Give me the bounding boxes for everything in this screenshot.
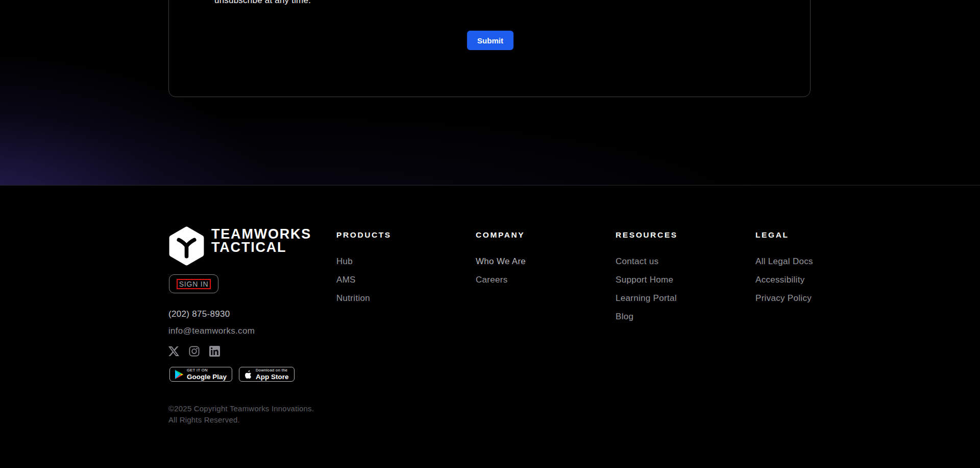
instagram-icon[interactable] [189,346,200,357]
footer-column-legal: LEGAL All Legal DocsAccessibilityPrivacy… [755,230,813,312]
apple-icon [244,370,252,379]
copyright: ©2025 Copyright Teamworks Innovations. A… [168,403,314,426]
footer-column-resources: RESOURCES Contact usSupport HomeLearning… [616,230,678,331]
phone-number[interactable]: (202) 875-8930 [168,309,230,319]
footer-link-contact-us[interactable]: Contact us [616,257,678,266]
footer-link-privacy-policy[interactable]: Privacy Policy [755,294,813,302]
app-store-store-name: App Store [256,373,289,381]
footer-column-company: COMPANY Who We AreCareers [476,230,526,294]
footer-column-products: PRODUCTS HubAMSNutrition [336,230,391,312]
copyright-line-2: All Rights Reserved. [168,414,314,426]
page: unsubscribe at any time. Submit TEAMWORK… [0,0,980,468]
footer-link-who-we-are[interactable]: Who We Are [476,257,526,266]
copyright-line-1: ©2025 Copyright Teamworks Innovations. [168,403,314,414]
x-icon[interactable] [168,346,179,357]
newsletter-disclaimer: unsubscribe at any time. [214,0,311,6]
brand-logo[interactable]: TEAMWORKS TACTICAL [168,226,205,266]
column-title: PRODUCTS [336,230,391,240]
footer-link-nutrition[interactable]: Nutrition [336,294,391,302]
brand-line-2: TACTICAL [211,241,311,254]
google-play-icon [175,370,183,379]
teamworks-hexagon-icon [168,226,205,266]
column-links: HubAMSNutrition [336,257,391,302]
footer-link-hub[interactable]: Hub [336,257,391,266]
social-links [168,346,220,357]
footer-link-accessibility[interactable]: Accessibility [755,275,813,284]
google-play-badge[interactable]: GET IT ON Google Play [169,367,232,382]
google-play-store-name: Google Play [187,373,227,381]
footer-link-learning-portal[interactable]: Learning Portal [616,294,678,302]
column-title: COMPANY [476,230,526,240]
google-play-tagline: GET IT ON [187,368,227,372]
linkedin-icon[interactable] [209,346,220,357]
submit-button[interactable]: Submit [467,31,513,50]
footer-link-all-legal-docs[interactable]: All Legal Docs [755,257,813,266]
column-links: Who We AreCareers [476,257,526,284]
brand-line-1: TEAMWORKS [211,227,311,241]
app-badges: GET IT ON Google Play Download on the Ap… [169,367,295,382]
footer-link-support-home[interactable]: Support Home [616,275,678,284]
column-links: Contact usSupport HomeLearning PortalBlo… [616,257,678,321]
footer-link-careers[interactable]: Careers [476,275,526,284]
app-store-tagline: Download on the [256,368,289,372]
footer-link-blog[interactable]: Blog [616,312,678,321]
column-links: All Legal DocsAccessibilityPrivacy Polic… [755,257,813,302]
sign-in-label: SIGN IN [177,279,211,289]
app-store-badge[interactable]: Download on the App Store [239,367,295,382]
footer-link-ams[interactable]: AMS [336,275,391,284]
sign-in-button[interactable]: SIGN IN [169,274,218,293]
column-title: LEGAL [755,230,813,240]
brand-name: TEAMWORKS TACTICAL [211,227,311,254]
column-title: RESOURCES [616,230,678,240]
email-address[interactable]: info@teamworks.com [168,326,255,336]
site-footer: TEAMWORKS TACTICAL SIGN IN (202) 875-893… [0,185,980,468]
